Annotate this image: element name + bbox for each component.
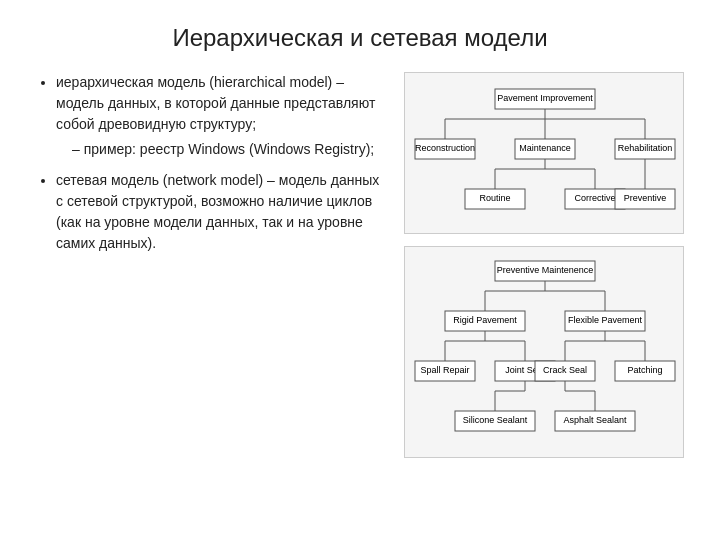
svg-text:Crack Seal: Crack Seal	[543, 365, 587, 375]
bullet-network: сетевая модель (network model) – модель …	[56, 170, 384, 254]
svg-text:Corrective: Corrective	[574, 193, 615, 203]
svg-text:Patching: Patching	[627, 365, 662, 375]
main-content: иерархическая модель (hierarchical model…	[36, 72, 684, 458]
svg-text:Pavement Improvement: Pavement Improvement	[497, 93, 593, 103]
svg-text:Rehabilitation: Rehabilitation	[618, 143, 673, 153]
svg-text:Rigid Pavement: Rigid Pavement	[453, 315, 517, 325]
svg-text:Flexible Pavement: Flexible Pavement	[568, 315, 643, 325]
svg-text:Preventive: Preventive	[624, 193, 667, 203]
svg-text:Spall Repair: Spall Repair	[420, 365, 469, 375]
svg-text:Preventive Maintenence: Preventive Maintenence	[497, 265, 594, 275]
diagram1-svg: Pavement Improvement Reconstruction Main…	[413, 83, 677, 223]
svg-text:Silicone Sealant: Silicone Sealant	[463, 415, 528, 425]
diagram-pavement-improvement: Pavement Improvement Reconstruction Main…	[404, 72, 684, 234]
diagrams-column: Pavement Improvement Reconstruction Main…	[404, 72, 684, 458]
svg-text:Asphalt Sealant: Asphalt Sealant	[563, 415, 627, 425]
bullet-hierarchical-sub: пример: реестр Windows (Windows Registry…	[72, 139, 384, 160]
diagram-preventive-maintenance: Preventive Maintenence Rigid Pavement Fl…	[404, 246, 684, 458]
svg-text:Reconstruction: Reconstruction	[415, 143, 475, 153]
bullet-hierarchical: иерархическая модель (hierarchical model…	[56, 72, 384, 160]
page-title: Иерархическая и сетевая модели	[36, 24, 684, 52]
svg-text:Maintenance: Maintenance	[519, 143, 571, 153]
text-column: иерархическая модель (hierarchical model…	[36, 72, 384, 458]
diagram2-svg: Preventive Maintenence Rigid Pavement Fl…	[413, 257, 677, 447]
svg-text:Routine: Routine	[479, 193, 510, 203]
